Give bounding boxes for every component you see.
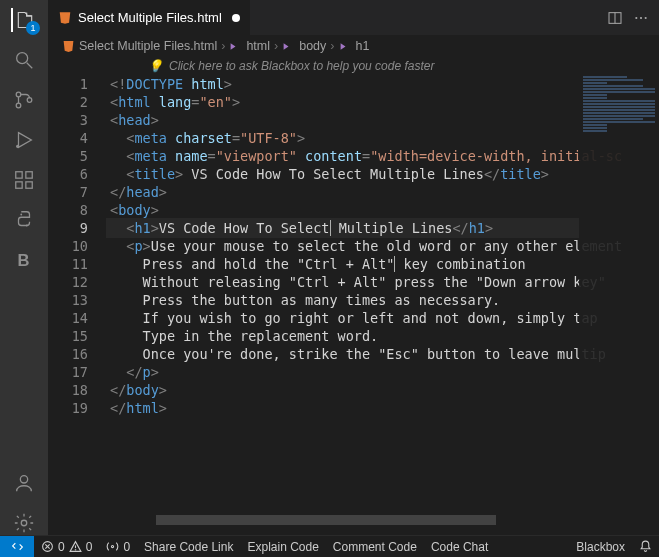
code-line[interactable]: <meta name="viewport" content="width=dev…: [106, 147, 659, 165]
search-icon[interactable]: [12, 48, 36, 72]
split-editor-icon[interactable]: [607, 10, 623, 26]
status-explain-code[interactable]: Explain Code: [240, 540, 325, 554]
svg-point-18: [635, 16, 637, 18]
python-icon[interactable]: [12, 208, 36, 232]
svg-point-0: [17, 53, 28, 64]
line-number: 14: [48, 309, 88, 327]
remote-button[interactable]: [0, 536, 34, 558]
scrollbar-thumb[interactable]: [156, 515, 496, 525]
code-line[interactable]: <title> VS Code How To Select Multiple L…: [106, 165, 659, 183]
code-line[interactable]: Type in the replacement word.: [106, 327, 659, 345]
line-number: 3: [48, 111, 88, 129]
chevron-right-icon: ›: [330, 39, 334, 53]
bold-b-icon[interactable]: B: [12, 248, 36, 272]
code-line[interactable]: <h1>VS Code How To Select Multiple Lines…: [106, 219, 659, 237]
line-number: 8: [48, 201, 88, 219]
status-ports[interactable]: 0: [99, 540, 137, 554]
line-number: 7: [48, 183, 88, 201]
breadcrumb-item[interactable]: body: [299, 39, 326, 53]
code-line[interactable]: </html>: [106, 399, 659, 417]
warning-icon: [69, 540, 82, 553]
line-number: 1: [48, 75, 88, 93]
explorer-badge: 1: [26, 21, 40, 35]
settings-gear-icon[interactable]: [12, 511, 36, 535]
status-blackbox[interactable]: Blackbox: [569, 540, 632, 554]
svg-point-11: [20, 214, 22, 216]
svg-rect-7: [16, 172, 22, 178]
debug-icon[interactable]: [12, 128, 36, 152]
code-line[interactable]: <meta charset="UTF-8">: [106, 129, 659, 147]
file-tab[interactable]: Select Multiple Files.html: [48, 0, 251, 35]
line-number: 9: [48, 219, 88, 237]
activity-bar: 1 B: [0, 0, 48, 535]
more-actions-icon[interactable]: [633, 10, 649, 26]
status-code-chat[interactable]: Code Chat: [424, 540, 495, 554]
lightbulb-icon: 💡: [148, 59, 163, 73]
ports-count: 0: [123, 540, 130, 554]
svg-point-4: [27, 98, 32, 103]
line-number: 5: [48, 147, 88, 165]
code-line[interactable]: Once you're done, strike the "Esc" butto…: [106, 345, 659, 363]
code-line[interactable]: If you wish to go right or left and not …: [106, 309, 659, 327]
editor[interactable]: 12345678910111213141516171819 <!DOCTYPE …: [48, 75, 659, 535]
status-problems[interactable]: 0 0: [34, 540, 99, 554]
source-control-icon[interactable]: [12, 88, 36, 112]
line-number: 11: [48, 255, 88, 273]
line-number: 12: [48, 273, 88, 291]
code-line[interactable]: <html lang="en">: [106, 93, 659, 111]
breadcrumb-item[interactable]: html: [246, 39, 270, 53]
svg-text:B: B: [18, 251, 30, 269]
svg-point-25: [75, 549, 76, 550]
code-line[interactable]: </head>: [106, 183, 659, 201]
hint-text: Click here to ask Blackbox to help you c…: [169, 59, 434, 73]
status-share-link[interactable]: Share Code Link: [137, 540, 240, 554]
chevron-right-icon: ›: [221, 39, 225, 53]
error-count: 0: [58, 540, 65, 554]
code-line[interactable]: Press and hold the "Ctrl + Alt" key comb…: [106, 255, 659, 273]
status-comment-code[interactable]: Comment Code: [326, 540, 424, 554]
explorer-icon[interactable]: 1: [11, 8, 35, 32]
account-icon[interactable]: [12, 471, 36, 495]
code-line[interactable]: <head>: [106, 111, 659, 129]
svg-rect-8: [16, 182, 22, 188]
line-number: 18: [48, 381, 88, 399]
line-number: 6: [48, 165, 88, 183]
line-number: 10: [48, 237, 88, 255]
status-bar: 0 0 0 Share Code Link Explain Code Comme…: [0, 535, 659, 557]
svg-marker-5: [19, 133, 32, 148]
breadcrumb-item[interactable]: h1: [356, 39, 370, 53]
svg-point-3: [16, 103, 21, 108]
code-line[interactable]: Without releasing "Ctrl + Alt" press the…: [106, 273, 659, 291]
line-number: 4: [48, 129, 88, 147]
line-number: 16: [48, 345, 88, 363]
svg-rect-9: [26, 182, 32, 188]
extensions-icon[interactable]: [12, 168, 36, 192]
tab-bar: Select Multiple Files.html: [48, 0, 659, 35]
line-number: 13: [48, 291, 88, 309]
svg-point-14: [20, 476, 27, 483]
dirty-indicator-icon: [232, 14, 240, 22]
status-notifications[interactable]: [632, 540, 659, 553]
code-area[interactable]: <!DOCTYPE html><html lang="en"><head> <m…: [106, 75, 659, 535]
chevron-right-icon: ›: [274, 39, 278, 53]
code-line[interactable]: </p>: [106, 363, 659, 381]
svg-point-20: [645, 16, 647, 18]
code-line[interactable]: <p>Use your mouse to select the old word…: [106, 237, 659, 255]
code-line[interactable]: <!DOCTYPE html>: [106, 75, 659, 93]
code-line[interactable]: <body>: [106, 201, 659, 219]
line-number: 15: [48, 327, 88, 345]
svg-line-1: [27, 63, 33, 69]
breadcrumb-tag-icon: [339, 40, 352, 53]
line-number: 17: [48, 363, 88, 381]
horizontal-scrollbar[interactable]: [106, 515, 659, 525]
svg-point-12: [26, 225, 28, 227]
code-line[interactable]: </body>: [106, 381, 659, 399]
svg-point-6: [17, 146, 19, 148]
line-number: 19: [48, 399, 88, 417]
editor-hint[interactable]: 💡 Click here to ask Blackbox to help you…: [48, 57, 659, 75]
bell-icon: [639, 540, 652, 553]
breadcrumb-tag-icon: [282, 40, 295, 53]
breadcrumb-file[interactable]: Select Multiple Files.html: [79, 39, 217, 53]
breadcrumb[interactable]: Select Multiple Files.html › html › body…: [48, 35, 659, 57]
code-line[interactable]: Press the button as many times as necess…: [106, 291, 659, 309]
